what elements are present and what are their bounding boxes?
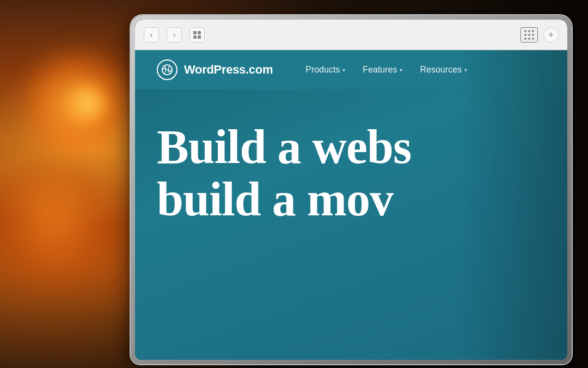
products-chevron-icon: ▾ xyxy=(342,67,345,73)
bokeh-light-3 xyxy=(65,82,109,125)
wp-logo[interactable]: WordPress.com xyxy=(157,59,273,80)
browser-actions: + xyxy=(520,27,559,43)
browser-chrome: ‹ › + xyxy=(135,20,567,50)
wp-hero-text: Build a webs build a mov xyxy=(157,122,411,225)
nav-item-features[interactable]: Features ▾ xyxy=(363,65,402,75)
new-tab-button[interactable]: + xyxy=(543,27,559,43)
wordpress-icon xyxy=(161,64,173,76)
nav-resources-label: Resources xyxy=(420,65,461,75)
nav-item-products[interactable]: Products ▾ xyxy=(305,65,345,75)
tabs-button[interactable] xyxy=(189,27,205,43)
nav-products-label: Products xyxy=(305,65,340,75)
wp-logo-text: WordPress.com xyxy=(184,63,273,77)
features-chevron-icon: ▾ xyxy=(400,67,402,73)
hero-line-2: build a mov xyxy=(157,174,411,225)
hero-line-1: Build a webs xyxy=(157,122,411,172)
device-frame: ‹ › + xyxy=(131,15,572,364)
wp-nav-links: Products ▾ Features ▾ Resources ▾ xyxy=(305,65,467,75)
apps-grid-icon xyxy=(524,30,534,40)
apps-grid-button[interactable] xyxy=(520,27,538,43)
website-right-fade xyxy=(458,50,567,360)
website-content: WordPress.com Products ▾ Features ▾ Reso… xyxy=(135,50,567,360)
device-bezel: ‹ › + xyxy=(135,20,567,360)
wp-logo-icon xyxy=(157,59,177,80)
forward-button[interactable]: › xyxy=(167,27,182,43)
nav-features-label: Features xyxy=(363,65,397,75)
tabs-grid-icon xyxy=(193,31,201,39)
back-button[interactable]: ‹ xyxy=(144,27,159,43)
